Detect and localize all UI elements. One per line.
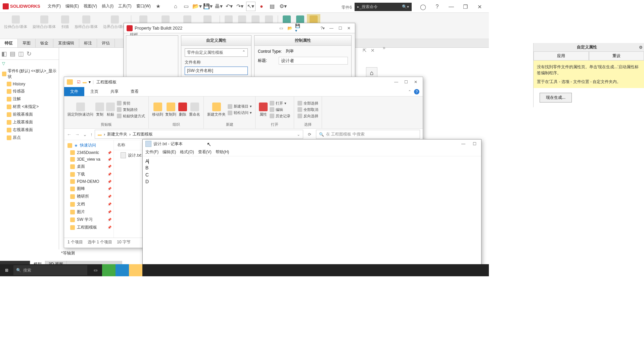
nav-item[interactable]: SW 学习📌 (64, 216, 113, 224)
properties-button[interactable]: 属性 (259, 103, 268, 117)
loft-button[interactable]: 放样凸台/基体 (72, 14, 100, 37)
ptb-groupbox-area[interactable] (126, 35, 178, 79)
taskpane-expand-icon[interactable]: » (381, 44, 387, 51)
exp-tab-home[interactable]: 主页 (84, 87, 104, 96)
cursor-icon[interactable]: ↖▾ (246, 2, 256, 11)
tree-tab3-icon[interactable]: ◫ (18, 50, 24, 57)
history-button[interactable]: 历史记录 (270, 113, 290, 119)
save-icon[interactable]: 💾▾ (203, 2, 213, 11)
sweep-button[interactable]: 扫描 (58, 14, 72, 37)
tree-annotations[interactable]: 注解 (0, 95, 59, 103)
nav-fwd-icon[interactable]: → (75, 132, 80, 137)
ptb-title-input[interactable] (279, 57, 348, 65)
exp-tab-view[interactable]: 查看 (125, 87, 145, 96)
exp-maximize-icon[interactable]: ☐ (404, 80, 408, 84)
pin-quickaccess-button[interactable]: 固定到快速访问 (67, 103, 93, 117)
refresh-icon[interactable]: ⟳ (305, 131, 314, 138)
paste-shortcut-button[interactable]: 粘贴快捷方式 (117, 113, 145, 119)
tree-origin[interactable]: 原点 (0, 134, 59, 142)
exp-close-icon[interactable]: ✕ (414, 80, 417, 84)
home-icon[interactable]: ⌂ (171, 2, 180, 11)
ribbon-collapse-icon[interactable]: ⌃ (408, 89, 411, 94)
taskview-icon[interactable]: ▭ (89, 264, 102, 276)
minimize-icon[interactable]: — (447, 2, 456, 11)
options-icon[interactable]: ▤ (268, 2, 277, 11)
print-icon[interactable]: 🖶▾ (214, 2, 223, 11)
redo-icon[interactable]: ↷▾ (235, 2, 245, 11)
path-dropdown-icon[interactable]: ⌄ (297, 132, 300, 137)
exp-help-icon[interactable]: ? (414, 89, 419, 94)
explorer-search[interactable]: 🔍 在 工程图模板 中搜索 (316, 130, 420, 139)
newitem-button[interactable]: 新建项目 ▾ (228, 104, 252, 109)
nav-back-icon[interactable]: ← (67, 132, 72, 137)
tree-right-plane[interactable]: 右视基准面 (0, 126, 59, 134)
nav-item[interactable]: 文档📌 (64, 200, 113, 208)
edit-button[interactable]: 编辑 (270, 107, 290, 113)
tree-tab4-icon[interactable]: ↻ (27, 50, 32, 57)
start-button[interactable]: ⊞ (0, 264, 13, 276)
ptb-template-select[interactable]: 零件自定义属性模板⌃ (185, 48, 248, 57)
tree-material[interactable]: 材质 <未指定> (0, 103, 59, 111)
open-icon[interactable]: 📂▾ (192, 2, 202, 11)
undo-icon[interactable]: ↶▾ (225, 2, 234, 11)
nav-item[interactable]: 3DE_view va📌 (64, 156, 113, 163)
tree-front-plane[interactable]: 前视基准面 (0, 111, 59, 118)
taskpane-close-icon[interactable]: ✕ (369, 47, 376, 54)
exp-tab-file[interactable]: 文件 (64, 87, 84, 96)
open-button[interactable]: 打开 ▾ (270, 100, 290, 106)
np-menu-view[interactable]: 查看(V) (198, 149, 212, 155)
tab-directedit[interactable]: 直接编辑 (53, 39, 79, 47)
tab-sheetmetal[interactable]: 钣金 (36, 39, 53, 47)
menu-view[interactable]: 视图(V) (82, 2, 99, 10)
path-seg1[interactable]: 新建文件夹 (107, 131, 127, 137)
restore-icon[interactable]: ❐ (461, 2, 470, 11)
copy-button[interactable]: 复制 (95, 103, 104, 117)
path-seg2[interactable]: 工程图模板 (133, 131, 153, 137)
taskpane-pin-icon[interactable]: ⇱ (361, 47, 368, 54)
address-path[interactable]: ▬ › 新建文件夹 › 工程图模板 ⌄ (95, 130, 303, 139)
revolve-boss-button[interactable]: 旋转凸台/基体 (30, 14, 58, 37)
user-icon[interactable]: ◯ (418, 2, 428, 11)
tree-sensors[interactable]: 传感器 (0, 87, 59, 95)
tab-sketch[interactable]: 草图 (18, 39, 36, 47)
menu-edit[interactable]: 编辑(E) (63, 2, 81, 10)
invertsel-button[interactable]: 反向选择 (297, 113, 318, 119)
rename-button[interactable]: 重命名 (189, 103, 200, 117)
nav-item[interactable]: 工程图模板📌 (64, 224, 113, 231)
ptb-save-icon[interactable]: 💾▾ (295, 25, 302, 32)
delete-button[interactable]: 删除 (178, 103, 187, 117)
moveto-button[interactable]: 移动到 (152, 103, 163, 117)
ptb-titlebar[interactable]: Property Tab Buildt 2022 ▭ 📂 💾▾ ?▾ — ☐ ✕ (124, 23, 355, 33)
np-menu-file[interactable]: 文件(F) (145, 149, 158, 155)
tree-tab2-icon[interactable]: ▤ (10, 50, 15, 57)
copyto-button[interactable]: 复制到 (165, 103, 176, 117)
sw-star-icon[interactable]: ★ (153, 2, 163, 11)
selectall-button[interactable]: 全部选择 (297, 100, 318, 106)
easyaccess-button[interactable]: 轻松访问 ▾ (228, 110, 252, 116)
np-menu-format[interactable]: 格式(O) (180, 149, 194, 155)
tree-tab1-icon[interactable]: ◧ (1, 50, 7, 57)
cut-button[interactable]: 剪切 (117, 100, 145, 106)
nav-item[interactable]: 图片📌 (64, 208, 113, 216)
tree-history[interactable]: History (0, 81, 59, 87)
menu-insert[interactable]: 插入(I) (100, 2, 116, 10)
nav-item[interactable]: 桌面📌 (64, 163, 113, 170)
menu-window[interactable]: 窗口(W) (134, 2, 153, 10)
help-icon[interactable]: ? (432, 2, 442, 11)
menu-file[interactable]: 文件(F) (46, 2, 63, 10)
ptb-filename-input[interactable]: [SW-文件名称] (185, 67, 248, 75)
tab-annotate[interactable]: 标注 (79, 39, 97, 47)
nav-item[interactable]: 2345Downlc📌 (64, 149, 113, 156)
tb-app1-icon[interactable] (102, 264, 116, 276)
command-search[interactable]: ▸_ 搜索命令 🔍▾ (355, 3, 412, 11)
menu-tools[interactable]: 工具(T) (116, 2, 133, 10)
tree-top-plane[interactable]: 上视基准面 (0, 118, 59, 126)
taskbar-search[interactable]: 🔍 搜索 (13, 265, 87, 275)
extrude-boss-button[interactable]: 拉伸凸台/基体 (1, 14, 30, 37)
ptb-open-icon[interactable]: 📂 (286, 25, 293, 32)
apply-button[interactable]: 应用 (534, 51, 589, 61)
notepad-titlebar[interactable]: 设计.txt - 记事本 — ☐ (143, 139, 481, 148)
selectnone-button[interactable]: 全部取消 (297, 107, 318, 113)
nav-recent-icon[interactable]: ⌄ (83, 132, 87, 137)
np-menu-edit[interactable]: 编辑(E) (163, 149, 176, 155)
